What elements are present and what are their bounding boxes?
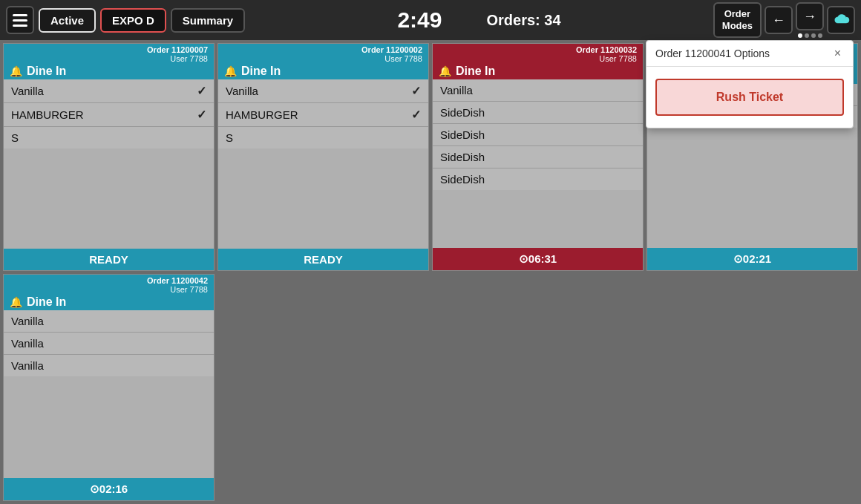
- ticket-header-2: Order 11200002 User 7788 🔔 Dine In: [218, 44, 428, 79]
- list-item: Vanilla ✓: [218, 79, 428, 103]
- list-item: SideDish: [433, 102, 643, 124]
- ticket-footer-3: ⊙06:31: [433, 248, 643, 270]
- bell-icon-5: 🔔: [10, 296, 22, 308]
- ticket-footer-2: READY: [218, 249, 428, 270]
- type-label-3: Dine In: [456, 65, 495, 78]
- list-item: SideDish: [433, 124, 643, 146]
- popup-close-button[interactable]: ×: [831, 47, 844, 60]
- top-bar-center: 2:49 Orders: 34: [249, 7, 709, 33]
- ticket-card-3[interactable]: Order 11200032 User 7788 🔔 Dine In Vanil…: [432, 43, 644, 271]
- order-modes-button[interactable]: OrderModes: [713, 2, 762, 37]
- list-item: Vanilla: [4, 333, 214, 355]
- ticket-card-5[interactable]: Order 11200042 User 7788 🔔 Dine In Vanil…: [3, 274, 215, 502]
- user-5: User 7788: [147, 285, 208, 294]
- list-item: S: [218, 127, 428, 148]
- check-icon: ✓: [411, 108, 421, 122]
- hamburger-line-3: [13, 24, 27, 27]
- item-name: SideDish: [440, 128, 485, 141]
- rush-ticket-button[interactable]: Rush Ticket: [655, 79, 844, 116]
- item-name: Vanilla: [11, 359, 44, 372]
- order-num-2: Order 11200002: [361, 45, 422, 54]
- ticket-type-1: 🔔 Dine In: [10, 65, 208, 78]
- popup-body: Rush Ticket: [646, 67, 853, 128]
- top-bar: Active EXPO D Summary 2:49 Orders: 34 Or…: [0, 0, 861, 40]
- dot-indicator: [798, 33, 822, 38]
- ticket-type-2: 🔔 Dine In: [224, 65, 422, 78]
- ticket-card-1[interactable]: Order 11200007 User 7788 🔔 Dine In Vanil…: [3, 43, 215, 271]
- hamburger-line-1: [13, 14, 27, 16]
- ticket-items-5: Vanilla Vanilla Vanilla: [4, 310, 214, 479]
- item-name: S: [226, 131, 233, 144]
- item-name: HAMBURGER: [11, 108, 84, 121]
- item-name: Vanilla: [226, 85, 258, 97]
- ticket-items-1: Vanilla ✓ HAMBURGER ✓ S: [4, 79, 214, 249]
- ticket-header-top-3: Order 11200032 User 7788: [439, 45, 637, 63]
- orders-count: Orders: 34: [486, 12, 560, 29]
- user-1: User 7788: [147, 54, 208, 63]
- ticket-footer-1: READY: [4, 249, 214, 270]
- summary-button[interactable]: Summary: [171, 8, 245, 33]
- item-name: Vanilla: [11, 85, 44, 97]
- top-bar-right: OrderModes ← →: [713, 2, 855, 38]
- item-name: Vanilla: [11, 315, 44, 327]
- ticket-header-top-1: Order 11200007 User 7788: [10, 45, 208, 63]
- ticket-card-2[interactable]: Order 11200002 User 7788 🔔 Dine In Vanil…: [217, 43, 429, 271]
- type-label-5: Dine In: [27, 295, 66, 309]
- back-nav-button[interactable]: ←: [765, 6, 793, 34]
- hamburger-line-2: [13, 19, 27, 22]
- order-options-popup: Order 11200041 Options × Rush Ticket: [646, 40, 854, 128]
- list-item: Vanilla ✓: [4, 79, 214, 103]
- item-name: SideDish: [440, 151, 485, 163]
- list-item: SideDish: [433, 168, 643, 190]
- dot-4: [818, 33, 822, 38]
- ticket-header-top-5: Order 11200042 User 7788: [10, 276, 208, 294]
- cloud-icon: [832, 13, 850, 27]
- check-icon: ✓: [197, 108, 206, 122]
- ticket-type-3: 🔔 Dine In: [439, 65, 637, 78]
- item-name: SideDish: [440, 173, 485, 186]
- item-name: SideDish: [440, 106, 485, 119]
- type-label-2: Dine In: [241, 65, 281, 78]
- list-item: Vanilla: [4, 355, 214, 376]
- list-item: S: [4, 127, 214, 148]
- list-item: Vanilla: [433, 79, 643, 102]
- bell-icon-1: 🔔: [10, 65, 22, 77]
- bell-icon-2: 🔔: [224, 65, 237, 77]
- ticket-footer-4: ⊙02:21: [647, 248, 857, 270]
- menu-button[interactable]: [6, 6, 34, 34]
- forward-nav-button[interactable]: →: [796, 2, 824, 30]
- order-num-3: Order 11200032: [576, 45, 637, 54]
- item-name: S: [11, 131, 19, 144]
- ticket-row-2: Order 11200042 User 7788 🔔 Dine In Vanil…: [3, 274, 858, 502]
- list-item: HAMBURGER ✓: [4, 103, 214, 127]
- active-button[interactable]: Active: [39, 8, 96, 33]
- item-name: Vanilla: [11, 337, 44, 350]
- popup-title: Order 11200041 Options: [655, 48, 770, 59]
- user-3: User 7788: [576, 54, 637, 63]
- user-2: User 7788: [361, 54, 422, 63]
- ticket-header-top-2: Order 11200002 User 7788: [224, 45, 422, 63]
- ticket-items-2: Vanilla ✓ HAMBURGER ✓ S: [218, 79, 428, 249]
- ticket-header-1: Order 11200007 User 7788 🔔 Dine In: [4, 44, 214, 79]
- check-icon: ✓: [411, 84, 421, 98]
- item-name: Vanilla: [440, 84, 473, 96]
- expo-d-button[interactable]: EXPO D: [100, 8, 166, 33]
- ticket-footer-5: ⊙02:16: [4, 478, 214, 500]
- ticket-header-3: Order 11200032 User 7788 🔔 Dine In: [433, 44, 643, 79]
- list-item: SideDish: [433, 146, 643, 168]
- cloud-button[interactable]: [827, 6, 855, 34]
- dot-1: [798, 33, 802, 38]
- popup-header: Order 11200041 Options ×: [646, 41, 853, 67]
- ticket-items-3: Vanilla SideDish SideDish SideDish SideD…: [433, 79, 643, 248]
- dot-3: [811, 33, 816, 38]
- empty-space: [217, 274, 858, 502]
- list-item: Vanilla: [4, 310, 214, 333]
- ticket-header-5: Order 11200042 User 7788 🔔 Dine In: [4, 275, 214, 310]
- time-display: 2:49: [397, 7, 442, 33]
- dot-2: [805, 33, 809, 38]
- item-name: HAMBURGER: [226, 108, 298, 121]
- bell-icon-3: 🔔: [439, 65, 451, 77]
- list-item: HAMBURGER ✓: [218, 103, 428, 127]
- ticket-type-5: 🔔 Dine In: [10, 295, 208, 309]
- order-num-5: Order 11200042: [147, 276, 208, 285]
